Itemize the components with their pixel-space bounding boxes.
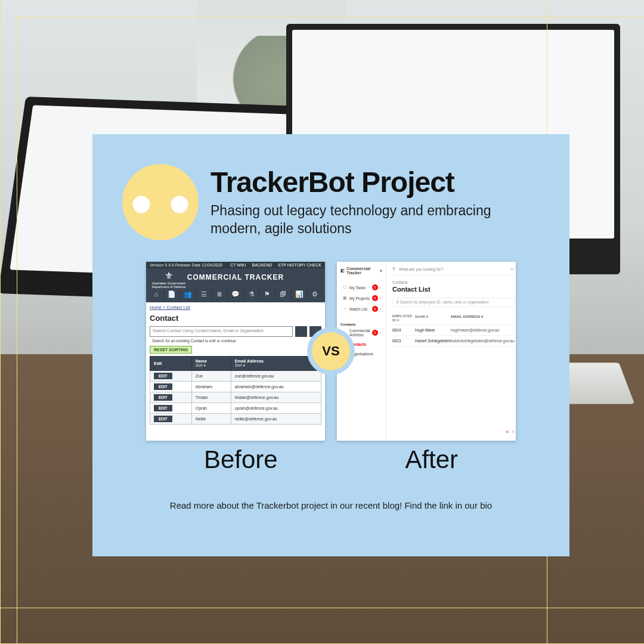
chevron-down-icon: ▾: [380, 268, 382, 274]
legacy-search-button[interactable]: [295, 326, 307, 337]
vs-badge: VS: [307, 327, 355, 375]
chevron-right-icon: ›: [380, 296, 381, 301]
report-icon[interactable]: 📊: [292, 289, 308, 300]
table-row: EDITNellienellie@defence.gov.au: [150, 414, 321, 425]
label-before: Before: [204, 445, 278, 474]
modern-breadcrumb: Contacts: [392, 280, 515, 284]
legacy-toolbar: ⌂ 📄 👥 ☰ 🗎 💬 ⚗ ⚑ 🗐 📊 ⚙: [146, 286, 325, 302]
flag-icon[interactable]: ⚑: [259, 289, 275, 300]
nav-watch-list[interactable]: ☆ Watch List 0 ›: [340, 304, 382, 314]
col-email[interactable]: EMAIL ADDRESS ▾: [451, 314, 515, 322]
gear-icon[interactable]: ⚙: [307, 289, 323, 300]
modern-filter-input[interactable]: ⚲ Search by employee ID, name, rank or o…: [392, 298, 515, 307]
edit-button[interactable]: EDIT: [154, 373, 172, 379]
watchlist-icon: ☆: [342, 306, 348, 311]
modern-table-head: EMPLOYEE ID ▾ NAME ▾ EMAIL ADDRESS ▾: [392, 311, 515, 325]
legacy-col-name[interactable]: NameSort ▾: [191, 357, 231, 371]
chevron-right-icon: ›: [380, 286, 381, 290]
table-row: EDITOprahoprah@defence.gov.au: [150, 403, 321, 414]
table-row[interactable]: 0013 Hubert Schlegelstein hubertschlegel…: [392, 336, 515, 346]
tasks-icon: ☐: [342, 285, 348, 290]
chevron-right-icon: ›: [380, 331, 381, 335]
legacy-col-email[interactable]: Email AddressSort ▾: [231, 357, 321, 371]
file-icon[interactable]: 📄: [165, 289, 181, 300]
projects-icon: ▦: [342, 296, 348, 301]
legacy-contacts-table: Edit NameSort ▾ Email AddressSort ▾ EDIT…: [150, 356, 321, 425]
compare-labels: Before After: [140, 445, 522, 474]
pager-first-button[interactable]: «: [506, 429, 509, 435]
edit-button[interactable]: EDIT: [154, 383, 172, 390]
modern-pager: « ‹: [506, 429, 515, 435]
legacy-gov-line2: Department of Defence: [152, 285, 186, 289]
edit-button[interactable]: EDIT: [154, 405, 172, 411]
modern-main: ⚲ What are you looking for? ▭ Contacts C…: [386, 262, 516, 441]
notifications-icon[interactable]: ▭: [510, 267, 515, 271]
footer-note: Read more about the Trackerbot project i…: [92, 500, 569, 510]
users-icon[interactable]: 👥: [180, 289, 196, 300]
count-badge: 0: [372, 284, 378, 290]
label-after: After: [405, 445, 458, 474]
legacy-top-bar: Version 5.4.6 Release Date 11/04/2020 CT…: [146, 262, 325, 268]
table-row[interactable]: 0014 Hugh Mann hughmann@defence.gov.au: [392, 325, 515, 336]
modern-brand-label: Commercial Tracker: [346, 267, 378, 275]
list-icon[interactable]: ☰: [196, 289, 212, 300]
col-name[interactable]: NAME ▾: [415, 314, 451, 322]
edit-button[interactable]: EDIT: [154, 416, 172, 422]
brand-icon: ◧: [340, 268, 345, 273]
legacy-search-note: Search for an existing Contact to edit o…: [146, 337, 325, 345]
modern-page-heading: Contact List: [392, 286, 515, 293]
doc-icon[interactable]: 🗎: [212, 289, 228, 300]
table-row: EDITAbrahamabraham@defence.gov.au: [150, 382, 321, 392]
after-screenshot: ◧ Commercial Tracker ▾ ☐ My Tasks 0 › ▦ …: [337, 262, 516, 441]
home-icon[interactable]: ⌂: [148, 289, 165, 300]
nav-my-tasks[interactable]: ☐ My Tasks 0 ›: [340, 282, 382, 293]
card-subtitle: Phasing out legacy technology and embrac…: [210, 202, 521, 238]
count-badge: 0: [372, 295, 378, 301]
pager-prev-button[interactable]: ‹: [513, 429, 515, 435]
table-row: EDITTristantristan@defence.gov.au: [150, 392, 321, 403]
chat-icon[interactable]: 💬: [228, 289, 244, 300]
before-screenshot: Version 5.4.6 Release Date 11/04/2020 CT…: [146, 262, 325, 441]
chevron-right-icon: ›: [380, 307, 381, 311]
table-row: EDITZoezoe@defence.gov.au: [150, 371, 321, 382]
col-employee-id[interactable]: EMPLOYEE ID ▾: [392, 314, 415, 322]
vs-label: VS: [322, 343, 339, 359]
legacy-reset-button[interactable]: RESET SORTING: [150, 346, 192, 354]
legacy-search-input[interactable]: Search Contact Using Contact Name, Email…: [150, 326, 293, 337]
wave-logo-icon: [122, 164, 199, 240]
card-title: TrackerBot Project: [210, 168, 521, 197]
lab-icon[interactable]: ⚗: [244, 289, 260, 300]
legacy-link-backend[interactable]: BACKEND: [252, 263, 273, 267]
legacy-gov-crest: ⚜ Australian Government Department of De…: [151, 271, 187, 289]
count-badge: 0: [372, 306, 378, 312]
page-icon[interactable]: 🗐: [275, 289, 292, 300]
legacy-col-edit[interactable]: Edit: [150, 357, 192, 371]
legacy-version-text: Version 5.4.6 Release Date 11/04/2020: [150, 263, 222, 267]
edit-button[interactable]: EDIT: [154, 394, 172, 401]
search-icon: ⚲: [392, 267, 395, 271]
legacy-page-heading: Contact: [146, 312, 325, 326]
content-card: TrackerBot Project Phasing out legacy te…: [92, 134, 569, 556]
legacy-header: ⚜ Australian Government Department of De…: [146, 268, 325, 286]
modern-search-input[interactable]: What are you looking for?: [399, 267, 507, 271]
modern-brand[interactable]: ◧ Commercial Tracker ▾: [340, 267, 382, 275]
search-icon: ⚲: [396, 300, 399, 304]
legacy-link-wiki[interactable]: CT WIKI: [230, 263, 246, 267]
count-badge: 0: [372, 330, 378, 336]
crest-icon: ⚜: [151, 271, 187, 281]
card-header: TrackerBot Project Phasing out legacy te…: [92, 134, 569, 246]
compare-row: Version 5.4.6 Release Date 11/04/2020 CT…: [92, 262, 569, 441]
legacy-link-etp[interactable]: ETP HISTORY CHECK: [278, 263, 321, 267]
legacy-breadcrumb[interactable]: Home > Contact List: [146, 302, 325, 312]
nav-my-projects[interactable]: ▦ My Projects 0 ›: [340, 293, 382, 304]
